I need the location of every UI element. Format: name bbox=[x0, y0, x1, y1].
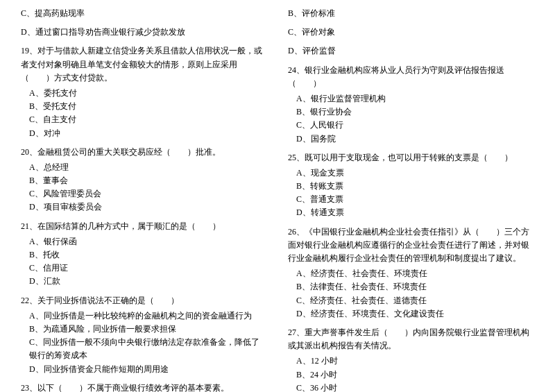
option-text: A、银行保函 bbox=[29, 235, 267, 248]
question-text: 22、关于同业拆借说法不正确的是（ ） bbox=[21, 294, 267, 307]
question-block: 20、金融租赁公司的重大关联交易应经（ ）批准。A、总经理B、董事会C、风险管理… bbox=[21, 146, 267, 214]
option-text: B、法律责任、社会责任、环境责任 bbox=[296, 280, 534, 293]
question-text: 20、金融租赁公司的重大关联交易应经（ ）批准。 bbox=[21, 146, 267, 159]
question-block: C、评价对象 bbox=[288, 26, 534, 39]
question-text: 23、以下（ ）不属于商业银行绩效考评的基本要素。 bbox=[21, 382, 267, 392]
option-text: C、风险管理委员会 bbox=[29, 187, 267, 201]
option-text: D、转通支票 bbox=[296, 206, 534, 219]
option-text: C、同业拆借一般不须向中央银行缴纳法定存款准备金，降低了银行的筹资成本 bbox=[29, 336, 267, 362]
question-text: C、评价对象 bbox=[288, 26, 534, 39]
two-column-layout: C、提高药贴现率D、通过窗口指导劝告商业银行减少贷款发放19、对于与借款人新建立… bbox=[21, 7, 534, 392]
option-text: A、现金支票 bbox=[296, 167, 534, 180]
option-text: B、董事会 bbox=[29, 174, 267, 187]
question-text: B、评价标准 bbox=[288, 7, 534, 20]
option-text: B、托收 bbox=[29, 248, 267, 262]
question-block: B、评价标准 bbox=[288, 7, 534, 20]
option-text: A、委托支付 bbox=[29, 87, 267, 100]
option-text: D、项目审核委员会 bbox=[29, 201, 267, 214]
question-block: D、评价监督 bbox=[288, 44, 534, 58]
question-block: 19、对于与借款人新建立信贷业务关系且借款人信用状况一般，或者支付对象明确且单笔… bbox=[21, 44, 267, 139]
option-text: A、同业拆借是一种比较纯粹的金融机构之间的资金融通行为 bbox=[29, 309, 267, 323]
option-text: C、普通支票 bbox=[296, 193, 534, 206]
option-text: C、36 小时 bbox=[296, 382, 534, 392]
option-text: D、汇款 bbox=[29, 275, 267, 288]
option-text: A、银行业监督管理机构 bbox=[296, 92, 534, 105]
option-text: C、人民银行 bbox=[296, 119, 534, 132]
option-text: B、24 小时 bbox=[296, 368, 534, 382]
question-block: 25、既可以用于支取现金，也可以用于转账的支票是（ ）A、现金支票B、转账支票C… bbox=[288, 151, 534, 220]
option-text: B、为疏通风险，同业拆借一般要求担保 bbox=[29, 323, 267, 336]
option-text: D、同业拆借资金只能作短期的周用途 bbox=[29, 363, 267, 376]
question-block: C、提高药贴现率 bbox=[21, 7, 267, 20]
question-block: 24、银行业金融机构应将从业人员行为守则及评估报告报送（ ）A、银行业监督管理机… bbox=[288, 64, 534, 146]
right-column: B、评价标准C、评价对象D、评价监督24、银行业金融机构应将从业人员行为守则及评… bbox=[281, 7, 534, 392]
question-text: 21、在国际结算的几种方式中，属于顺汇的是（ ） bbox=[21, 220, 267, 233]
question-text: 26、《中国银行业金融机构企业社会责任指引》从（ ）三个方面对银行业金融机构应遵… bbox=[288, 225, 534, 266]
question-block: 26、《中国银行业金融机构企业社会责任指引》从（ ）三个方面对银行业金融机构应遵… bbox=[288, 225, 534, 321]
question-block: 22、关于同业拆借说法不正确的是（ ）A、同业拆借是一种比较纯粹的金融机构之间的… bbox=[21, 294, 267, 376]
question-text: 25、既可以用于支取现金，也可以用于转账的支票是（ ） bbox=[288, 151, 534, 164]
page-content: C、提高药贴现率D、通过窗口指导劝告商业银行减少贷款发放19、对于与借款人新建立… bbox=[21, 7, 534, 392]
option-text: C、信用证 bbox=[29, 262, 267, 275]
question-text: 27、重大声誉事件发生后（ ）内向国务院银行业监督管理机构或其派出机构报告有关情… bbox=[288, 326, 534, 352]
left-column: C、提高药贴现率D、通过窗口指导劝告商业银行减少贷款发放19、对于与借款人新建立… bbox=[21, 7, 274, 392]
option-text: A、12 小时 bbox=[296, 355, 534, 368]
option-text: B、转账支票 bbox=[296, 180, 534, 193]
question-text: 19、对于与借款人新建立信贷业务关系且借款人信用状况一般，或者支付对象明确且单笔… bbox=[21, 44, 267, 85]
question-block: 23、以下（ ）不属于商业银行绩效考评的基本要素。A、评价目标 bbox=[21, 382, 267, 392]
question-block: 27、重大声誉事件发生后（ ）内向国务院银行业监督管理机构或其派出机构报告有关情… bbox=[288, 326, 534, 392]
option-text: D、经济责任、环境责任、文化建设责任 bbox=[296, 307, 534, 321]
question-text: D、评价监督 bbox=[288, 44, 534, 58]
question-block: D、通过窗口指导劝告商业银行减少贷款发放 bbox=[21, 26, 267, 39]
question-block: 21、在国际结算的几种方式中，属于顺汇的是（ ）A、银行保函B、托收C、信用证D… bbox=[21, 220, 267, 289]
option-text: B、银行业协会 bbox=[296, 105, 534, 119]
option-text: A、总经理 bbox=[29, 161, 267, 174]
question-text: D、通过窗口指导劝告商业银行减少贷款发放 bbox=[21, 26, 267, 39]
option-text: A、经济责任、社会责任、环境责任 bbox=[296, 267, 534, 280]
option-text: C、自主支付 bbox=[29, 113, 267, 126]
option-text: B、受托支付 bbox=[29, 100, 267, 113]
question-text: 24、银行业金融机构应将从业人员行为守则及评估报告报送（ ） bbox=[288, 64, 534, 90]
option-text: D、国务院 bbox=[296, 133, 534, 146]
option-text: D、对冲 bbox=[29, 127, 267, 140]
question-text: C、提高药贴现率 bbox=[21, 7, 267, 20]
option-text: C、经济责任、社会责任、道德责任 bbox=[296, 294, 534, 307]
